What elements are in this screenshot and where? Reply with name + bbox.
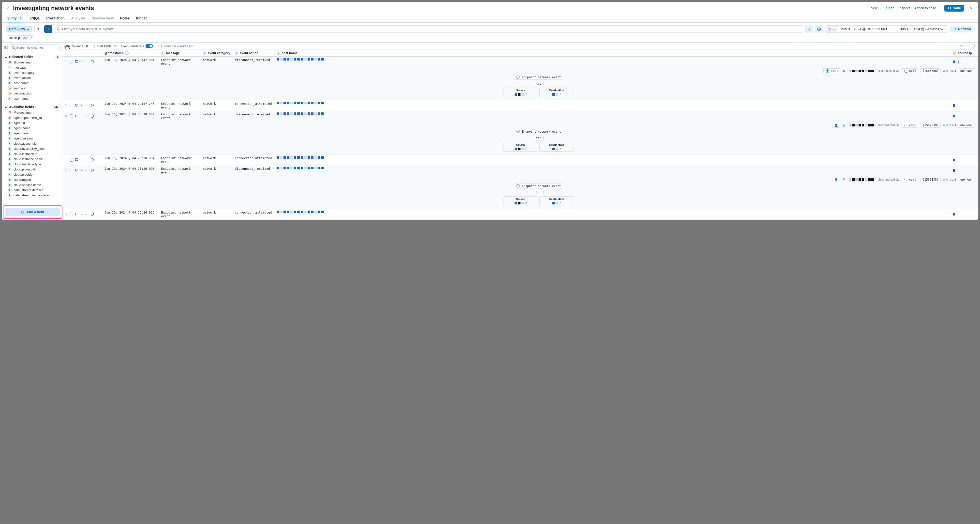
field-item[interactable]: kcloud.machine.type — [5, 162, 60, 167]
field-item[interactable]: 📅@timestamp — [5, 110, 60, 115]
row-checkbox[interactable] — [70, 213, 73, 216]
field-item[interactable]: kcloud.project.id — [5, 167, 60, 172]
col-source-header[interactable]: ipsource.ip — [951, 50, 978, 56]
field-item[interactable]: kcloud.service.name — [5, 182, 60, 188]
tab-analyzer[interactable]: Analyzer — [70, 14, 86, 22]
field-item[interactable]: kagent.id — [5, 120, 60, 126]
notes-icon[interactable] — [75, 169, 78, 172]
row-checkbox[interactable] — [70, 60, 73, 64]
field-item[interactable]: kcloud.instance.name — [5, 156, 60, 162]
expand-row-icon[interactable] — [65, 104, 68, 107]
tab-pinned[interactable]: Pinned — [135, 14, 148, 22]
analyzer-icon[interactable] — [91, 60, 94, 64]
inspect-button[interactable]: Inspect — [899, 6, 910, 10]
graph-view-button[interactable] — [805, 25, 813, 33]
data-view-selector[interactable]: Data view⌄ — [6, 25, 32, 32]
col-action-header[interactable]: kevent.action — [233, 50, 275, 56]
columns-button[interactable]: Columns8 — [66, 44, 89, 48]
protocol-chip[interactable]: tcp — [534, 190, 544, 195]
field-item[interactable]: tmessage — [5, 65, 60, 70]
pid-chip[interactable]: (1562838) — [920, 177, 941, 182]
result-chip[interactable]: unknown — [958, 123, 975, 128]
result-chip[interactable]: unknown — [958, 68, 975, 73]
date-to[interactable]: Jun 10, 2024 @ 04:53:23.670 — [898, 25, 948, 32]
save-button[interactable]: Save — [944, 5, 964, 11]
source-box[interactable]: Source↗ — [504, 196, 538, 206]
session-view-button[interactable] — [815, 25, 823, 33]
analyzer-icon[interactable] — [91, 115, 94, 118]
pid-chip[interactable]: (1563768) — [920, 68, 941, 73]
row-checkbox[interactable] — [70, 115, 73, 118]
destination-box[interactable]: Destination↗ — [539, 142, 574, 151]
user-chip[interactable]: 👤 — [832, 123, 840, 128]
col-category-header[interactable]: kevent.category — [201, 50, 233, 56]
tab-esql[interactable]: ES|QL — [29, 14, 40, 22]
protocol-chip[interactable]: tcp — [534, 81, 544, 86]
field-item[interactable]: ipdestination.ip — [5, 91, 60, 96]
analyzer-icon[interactable] — [91, 104, 94, 107]
tab-query[interactable]: Query6 — [6, 14, 24, 22]
destination-box[interactable]: Destination↗ — [539, 196, 574, 206]
more-actions-icon[interactable]: ⋯ — [85, 169, 89, 172]
expand-row-icon[interactable] — [65, 60, 68, 63]
filter-icon-button[interactable] — [34, 25, 42, 33]
more-actions-icon[interactable]: ⋯ — [85, 213, 89, 216]
user-chip[interactable]: 👤 — [832, 177, 840, 182]
toggle-sidebar-button[interactable] — [4, 44, 8, 51]
field-item[interactable]: kdata_stream.namespace — [5, 193, 60, 198]
analyzer-icon[interactable] — [91, 158, 94, 162]
field-item[interactable]: kdata_stream.dataset — [5, 188, 60, 193]
source-box[interactable]: Source↗ — [504, 88, 538, 97]
row-checkbox[interactable] — [70, 169, 73, 172]
available-fields-section[interactable]: ⌄ Available fields ⓘ 232 — [5, 104, 60, 110]
sort-desc-icon[interactable]: ↓ — [155, 51, 157, 55]
open-button[interactable]: Open — [886, 6, 894, 10]
popout-icon[interactable]: ↗ — [525, 147, 527, 150]
field-search-input[interactable] — [10, 44, 60, 51]
popout-icon[interactable]: ↗ — [525, 201, 527, 205]
event-label-chip[interactable]: 💬 Endpoint network event — [514, 183, 563, 188]
pin-icon[interactable] — [80, 104, 83, 107]
tab-correlation[interactable]: Correlation — [46, 14, 65, 22]
attach-case-button[interactable]: Attach to case⌄ — [914, 6, 940, 10]
event-renderers-toggle[interactable]: Event renderers — [121, 44, 153, 48]
notes-icon[interactable] — [75, 60, 78, 64]
refresh-button[interactable]: Refresh — [950, 25, 974, 32]
pin-icon[interactable] — [80, 115, 83, 118]
kql-search-input[interactable] — [54, 25, 803, 33]
favorite-star-icon[interactable]: ☆ — [6, 5, 10, 11]
col-host-header[interactable]: khost.name — [275, 50, 951, 56]
more-actions-icon[interactable]: ⋯ — [85, 104, 89, 108]
more-actions-icon[interactable]: ⋯ — [85, 115, 89, 118]
expand-row-icon[interactable] — [65, 158, 68, 161]
selected-fields-section[interactable]: ⌄ Selected fields 8 — [5, 54, 60, 60]
popout-icon[interactable]: ↗ — [559, 201, 561, 205]
field-item[interactable]: kagent.ephemeral_id — [5, 115, 60, 120]
process-chip[interactable]: ›_ curl — [902, 68, 918, 73]
popout-icon[interactable]: ↗ — [525, 93, 527, 96]
field-item[interactable]: kcloud.instance.id — [5, 151, 60, 156]
info-icon[interactable]: ⓘ — [35, 105, 38, 109]
user-chip[interactable]: 👤 root — [823, 68, 840, 73]
pin-icon[interactable] — [80, 169, 83, 172]
field-item[interactable]: kevent.category — [5, 70, 60, 75]
date-range-picker[interactable]: ⌄ May 31, 2024 @ 04:53:23.669 → Jun 10, … — [825, 25, 948, 33]
popout-icon[interactable]: ↗ — [559, 147, 561, 150]
field-item[interactable]: kcloud.provider — [5, 172, 60, 177]
expand-row-icon[interactable] — [65, 169, 68, 172]
pin-icon[interactable] — [80, 158, 83, 161]
pid-chip[interactable]: (1562839) — [920, 123, 941, 128]
analyzer-icon[interactable] — [91, 213, 94, 216]
kql-input-field[interactable] — [62, 27, 800, 31]
remove-filter-icon[interactable]: ✕ — [30, 36, 33, 40]
field-item[interactable]: kcloud.region — [5, 177, 60, 182]
process-chip[interactable]: ›_ curl — [902, 177, 918, 182]
row-checkbox[interactable] — [70, 158, 73, 162]
popout-icon[interactable]: ↗ — [559, 93, 561, 96]
protocol-chip[interactable]: tcp — [534, 135, 544, 140]
field-item[interactable]: ipsource.ip — [5, 86, 60, 91]
result-chip[interactable]: unknown — [958, 177, 975, 182]
more-actions-icon[interactable]: ⋯ — [85, 60, 89, 64]
destination-box[interactable]: Destination↗ — [539, 88, 574, 97]
add-filter-button[interactable] — [44, 25, 52, 33]
